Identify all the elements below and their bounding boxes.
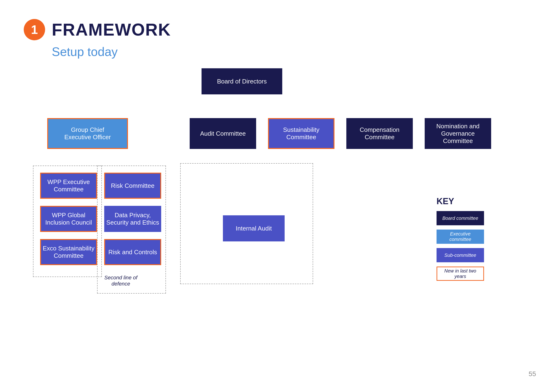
node-gceo: Group Chief Executive Officer (47, 118, 128, 149)
node-wppexec: WPP Executive Committee (40, 173, 97, 199)
key-item-board: Board committee (437, 211, 512, 225)
key-exec-box: Executive committee (437, 229, 484, 244)
node-board: Board of Directors (202, 68, 282, 94)
node-audit: Audit Committee (190, 118, 256, 149)
second-line-label: Second line of defence (95, 275, 147, 287)
key-section: KEY Board committee Executive committee … (437, 196, 512, 285)
key-item-exec: Executive committee (437, 229, 512, 244)
page-number: 55 (529, 370, 536, 378)
node-nom: Nomination and Governance Committee (425, 118, 491, 149)
key-item-new: New in last two years (437, 267, 512, 281)
key-new-box: New in last two years (437, 267, 484, 281)
node-dataprivacy: Data Privacy, Security and Ethics (104, 206, 161, 232)
page-title: FRAMEWORK (52, 20, 171, 39)
node-comp: Compensation Committee (346, 118, 413, 149)
node-sustain: Sustainability Committee (268, 118, 335, 149)
subtitle: Setup today (52, 45, 531, 59)
key-board-box: Board committee (437, 211, 484, 225)
node-risk: Risk Committee (104, 173, 161, 199)
key-title: KEY (437, 196, 512, 206)
header: 1 FRAMEWORK (24, 19, 531, 40)
section-number: 1 (24, 19, 45, 40)
key-sub-box: Sub-committee (437, 248, 484, 262)
node-internalaudit: Internal Audit (223, 215, 285, 242)
node-wppglobal: WPP Global Inclusion Council (40, 206, 97, 232)
node-riskcontrols: Risk and Controls (104, 239, 161, 265)
node-excosusten: Exco Sustainability Committee (40, 239, 97, 265)
key-item-sub: Sub-committee (437, 248, 512, 262)
